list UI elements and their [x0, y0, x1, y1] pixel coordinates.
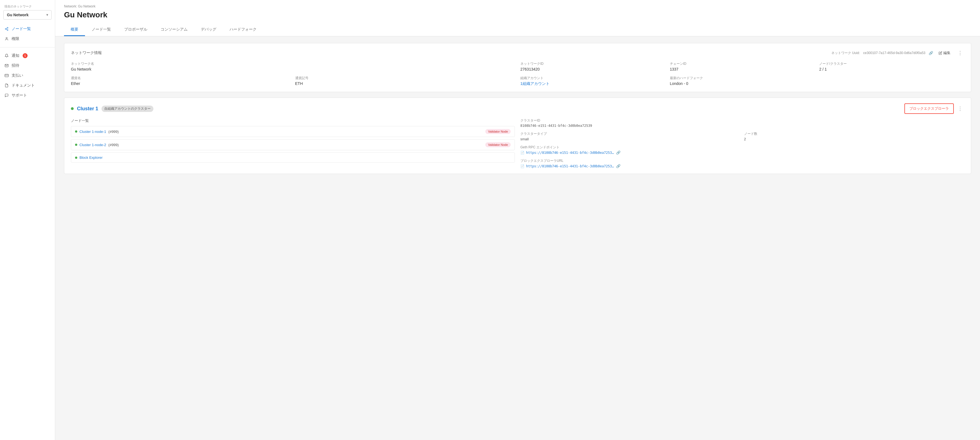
network-uuid-value: ce300107-7a17-465d-9a30-0d6a7d0f0a53	[863, 51, 925, 55]
card-icon	[5, 73, 9, 78]
more-options-button[interactable]: ⋮	[956, 49, 964, 57]
cluster-actions: ブロックエクスプローラ ⋮	[904, 103, 964, 114]
tab-hardfork[interactable]: ハードフォーク	[223, 24, 263, 36]
breadcrumb: Network: Gu Network	[64, 5, 971, 8]
sidebar-item-invitations[interactable]: 招待	[0, 60, 55, 71]
cluster-badge: 自組織アカウントのクラスター	[102, 106, 153, 112]
rpc-url-icon: 📄	[520, 151, 525, 155]
svg-point-2	[7, 30, 8, 30]
chain-id-field: チェーンID 1337	[670, 62, 815, 71]
nodes-section-title: ノード一覧	[71, 118, 515, 123]
cluster-name: Cluster 1	[77, 106, 98, 112]
cluster-id-value: 8108b746-e151-4431-bf4c-3d0b0ea72539	[520, 124, 964, 128]
copy-uuid-icon[interactable]: 🔗	[929, 51, 933, 55]
org-account-field: 組織アカウント 1組織アカウント	[520, 76, 665, 86]
card-header-right: ネットワーク Uuid: ce300107-7a17-465d-9a30-0d6…	[831, 49, 964, 57]
sidebar-item-documents[interactable]: ドキュメント	[0, 81, 55, 91]
tab-bar: 概要 ノード一覧 プロポーザル コンソーシアム デバッグ ハードフォーク	[64, 24, 971, 36]
svg-line-3	[6, 29, 7, 30]
page-title: Gu Network	[64, 11, 971, 19]
node-count-field: ノード数 2	[744, 132, 964, 141]
notification-badge: 5	[22, 53, 28, 58]
sidebar-item-permissions[interactable]: 権限	[0, 34, 55, 44]
node-2-validator-badge: Validator Node	[485, 142, 511, 147]
explorer-url-row: 📄 https://8108b746-e151-4431-bf4c-3d0b0e…	[520, 164, 964, 168]
node-1-number: (#999)	[108, 130, 119, 134]
tab-consortium[interactable]: コンソーシアム	[154, 24, 194, 36]
network-name-value: Gu Network	[71, 67, 291, 71]
sidebar-item-support[interactable]: サポート	[0, 91, 55, 100]
network-info-right: ネットワークID 276313420 チェーンID 1337 ノード/クラスター…	[520, 62, 964, 86]
sidebar-item-nodes-label: ノード一覧	[11, 27, 31, 32]
node-1-status-dot	[75, 130, 77, 133]
cluster-more-options-button[interactable]: ⋮	[956, 105, 964, 113]
nodes-cluster-field: ノード/クラスター 2 / 1	[819, 62, 964, 71]
sidebar-item-nodes[interactable]: ノード一覧	[0, 24, 55, 34]
edit-button[interactable]: 編集	[936, 49, 953, 57]
sidebar-item-invitations-label: 招待	[11, 63, 19, 68]
rpc-copy-icon[interactable]: 🔗	[616, 151, 620, 155]
node-1-link[interactable]: Cluster 1-node-1	[80, 130, 106, 134]
explorer-url-field: ブロックエクスプローラURL 📄 https://8108b746-e151-4…	[520, 159, 964, 168]
cluster-header: Cluster 1 自組織アカウントのクラスター ブロックエクスプローラ ⋮	[71, 103, 964, 114]
cluster-id-field: クラスターID 8108b746-e151-4431-bf4c-3d0b0ea7…	[520, 118, 964, 128]
explorer-url-value[interactable]: https://8108b746-e151-4431-bf4c-3d0b0ea7…	[526, 164, 614, 168]
rpc-url-value[interactable]: https://8108b746-e151-4431-bf4c-3d0b0ea7…	[526, 151, 614, 155]
content-area: ネットワーク情報 ネットワーク Uuid: ce300107-7a17-465d…	[55, 37, 980, 181]
nodes-section: ノード一覧 Cluster 1-node-1 (#999) Validator …	[71, 118, 515, 168]
sidebar-item-payments[interactable]: 支払い	[0, 71, 55, 81]
tab-proposals[interactable]: プロポーザル	[118, 24, 154, 36]
cluster-title-group: Cluster 1 自組織アカウントのクラスター	[71, 106, 153, 112]
cluster-card: Cluster 1 自組織アカウントのクラスター ブロックエクスプローラ ⋮ ノ…	[64, 98, 971, 174]
chevron-down-icon: ▾	[46, 13, 48, 17]
svg-point-0	[7, 27, 8, 29]
sidebar-item-payments-label: 支払い	[11, 73, 23, 78]
tab-nodes[interactable]: ノード一覧	[85, 24, 118, 36]
rpc-endpoint-field: Geth RPC エンドポイント 📄 https://8108b746-e151…	[520, 145, 964, 155]
svg-point-5	[6, 38, 8, 39]
currency-symbol-field: 通貨記号 ETH	[295, 76, 515, 86]
network-info-left: ネットワーク名 Gu Network 通貨名 Ether 通貨記号 ETH	[71, 62, 515, 86]
network-info-title: ネットワーク情報	[71, 51, 102, 56]
network-name-field: ネットワーク名 Gu Network	[71, 62, 291, 71]
hardfork-value: London - 0	[670, 81, 815, 86]
node-2-number: (#999)	[108, 143, 119, 147]
node-item-2: Cluster 1-node-2 (#999) Validator Node	[71, 139, 515, 150]
tab-overview[interactable]: 概要	[64, 24, 85, 36]
sidebar-item-notifications[interactable]: 通知 5	[0, 51, 55, 60]
card-header: ネットワーク情報 ネットワーク Uuid: ce300107-7a17-465d…	[71, 49, 964, 57]
network-info-card: ネットワーク情報 ネットワーク Uuid: ce300107-7a17-465d…	[64, 43, 971, 92]
bell-icon	[5, 54, 9, 58]
node-item-block-explorer: Block Explorer	[71, 152, 515, 163]
cluster-body: ノード一覧 Cluster 1-node-1 (#999) Validator …	[71, 118, 964, 168]
share-icon	[5, 27, 9, 31]
node-2-link[interactable]: Cluster 1-node-2	[80, 143, 106, 147]
svg-rect-6	[5, 74, 8, 77]
block-explorer-button[interactable]: ブロックエクスプローラ	[904, 103, 954, 114]
explorer-copy-icon[interactable]: 🔗	[616, 164, 620, 168]
main-header: Network: Gu Network Gu Network 概要 ノード一覧 …	[55, 0, 980, 37]
rpc-url-row: 📄 https://8108b746-e151-4431-bf4c-3d0b0e…	[520, 151, 964, 155]
cluster-status-dot	[71, 107, 74, 110]
currency-name-value: Ether	[71, 81, 291, 86]
svg-line-4	[6, 28, 7, 29]
network-info-grid: ネットワーク名 Gu Network 通貨名 Ether 通貨記号 ETH	[71, 62, 964, 86]
sidebar-divider	[0, 47, 55, 48]
mail-icon	[5, 64, 9, 68]
node-count-value: 2	[744, 137, 964, 141]
org-account-value[interactable]: 1組織アカウント	[520, 81, 665, 86]
block-explorer-link[interactable]: Block Explorer	[80, 156, 103, 160]
network-uuid-label: ネットワーク Uuid:	[831, 51, 860, 56]
sidebar-item-support-label: サポート	[11, 93, 27, 98]
node-1-left: Cluster 1-node-1 (#999)	[75, 130, 119, 134]
sidebar-item-documents-label: ドキュメント	[11, 83, 35, 88]
currency-symbol-value: ETH	[295, 81, 515, 86]
tab-debug[interactable]: デバッグ	[194, 24, 223, 36]
svg-point-1	[5, 29, 6, 30]
chain-id-value: 1337	[670, 67, 815, 71]
person-icon	[5, 37, 9, 41]
sidebar-item-permissions-label: 権限	[11, 37, 19, 41]
nodes-cluster-value: 2 / 1	[819, 67, 964, 71]
node-2-left: Cluster 1-node-2 (#999)	[75, 143, 119, 147]
network-selector[interactable]: Gu Network ▾	[3, 10, 52, 19]
